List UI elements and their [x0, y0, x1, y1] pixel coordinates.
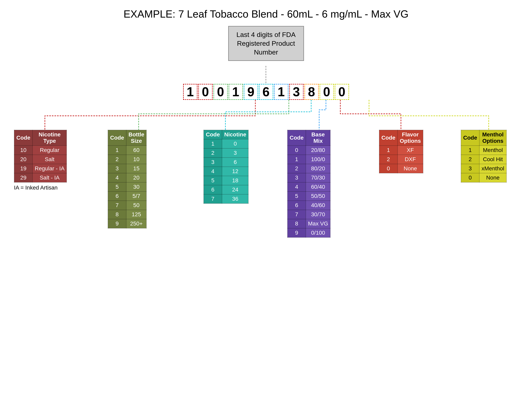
table-row: 29Salt - IA [14, 173, 67, 182]
nicotine-type-col-code: Code [14, 130, 32, 146]
table-row: 1100/0 [287, 155, 330, 164]
bottle-size-table: Code BottleSize 160 210 315 420 530 65/7… [108, 130, 147, 228]
table-row: 1Menthol [461, 146, 507, 155]
digit-4: 9 [244, 84, 258, 100]
table-row: 0None [379, 164, 423, 173]
fda-box: Last 4 digits of FDA Registered Product … [228, 26, 304, 61]
table-row: 020/80 [287, 146, 330, 155]
table-row: 8Max VG [287, 219, 330, 228]
menthol-table: Code MentholOptions 1Menthol 2Cool Hit 3… [461, 130, 507, 183]
table-row: 90/100 [287, 228, 330, 237]
digit-2: 0 [213, 84, 228, 100]
flavor-table: Code FlavorOptions 1XF 2DXF 0None [379, 130, 423, 173]
table-row: 280/20 [287, 164, 330, 173]
table-row: 0None [461, 173, 507, 182]
digit-1: 0 [198, 84, 213, 100]
nicotine-table: Code Nicotine 10 23 36 412 518 624 736 [203, 130, 248, 204]
table-row: 730/70 [287, 210, 330, 219]
table-row: 550/50 [287, 191, 330, 201]
bottle-size-col-size: BottleSize [126, 130, 146, 146]
table-row: 9250+ [108, 219, 146, 228]
table-row: 412 [204, 167, 248, 176]
table-row: 460/40 [287, 182, 330, 191]
table-row: 530 [108, 182, 146, 191]
table-row: 210 [108, 155, 146, 164]
digits-row: 1 0 0 1 9 6 1 3 8 0 0 [183, 84, 349, 100]
table-row: 518 [204, 176, 248, 185]
flavor-col-options: FlavorOptions [398, 130, 423, 146]
table-row: 65/7 [108, 191, 146, 201]
base-mix-table: Code BaseMix 020/80 1100/0 280/20 370/30… [287, 130, 330, 238]
base-mix-col-code: Code [287, 130, 306, 146]
table-row: 370/30 [287, 173, 330, 182]
nicotine-type-col-type: NicotineType [32, 130, 67, 146]
table-row: 10Regular [14, 146, 67, 155]
table-row: 736 [204, 194, 248, 203]
table-row: 640/60 [287, 201, 330, 210]
nicotine-col-nicotine: Nicotine [222, 130, 248, 139]
nicotine-col-code: Code [204, 130, 222, 139]
base-mix-col-mix: BaseMix [306, 130, 330, 146]
bottle-size-col-code: Code [108, 130, 126, 146]
digit-5: 6 [259, 84, 273, 100]
table-row: 36 [204, 157, 248, 167]
table-row: 160 [108, 146, 146, 155]
table-row: 750 [108, 201, 146, 210]
table-row: 23 [204, 148, 248, 157]
flavor-col-code: Code [379, 130, 398, 146]
nicotine-type-table: Code NicotineType 10Regular 20Salt 19Reg… [14, 130, 67, 191]
table-row: 2DXF [379, 155, 423, 164]
table-row: 315 [108, 164, 146, 173]
digit-6: 1 [274, 84, 288, 100]
table-row: 1XF [379, 146, 423, 155]
digit-10: 0 [335, 84, 349, 100]
digit-3: 1 [228, 84, 243, 100]
digit-9: 0 [320, 84, 334, 100]
digit-7: 3 [289, 84, 304, 100]
digit-0: 1 [183, 84, 197, 100]
table-row: 20Salt [14, 155, 67, 164]
menthol-col-code: Code [461, 130, 479, 146]
table-row: 10 [204, 139, 248, 148]
table-row: 624 [204, 185, 248, 194]
digit-8: 8 [304, 84, 319, 100]
table-row: 2Cool Hit [461, 155, 507, 164]
table-row: 420 [108, 173, 146, 182]
table-row: 3xMenthol [461, 164, 507, 173]
table-row: 19Regular - IA [14, 164, 67, 173]
page-title: EXAMPLE: 7 Leaf Tobacco Blend - 60mL - 6… [0, 0, 532, 24]
menthol-col-options: MentholOptions [479, 130, 507, 146]
ia-note: IA = Inked Artisan [14, 184, 67, 191]
table-row: 8125 [108, 210, 146, 219]
